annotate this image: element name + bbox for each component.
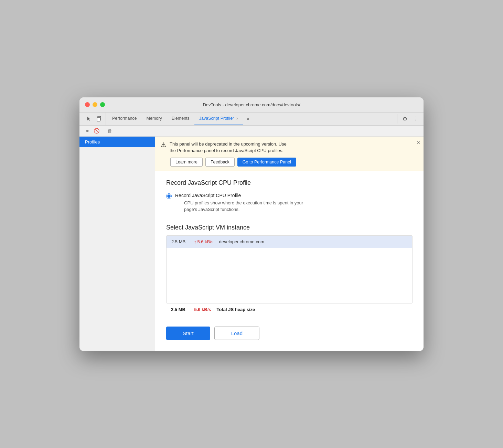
vm-footer-speed-value: 5.6 kB/s (194, 307, 211, 312)
titlebar: DevTools - developer.chrome.com/docs/dev… (79, 97, 424, 113)
sidebar-item-profiles[interactable]: Profiles (79, 137, 155, 147)
tab-elements[interactable]: Elements (167, 113, 194, 125)
window-title: DevTools - developer.chrome.com/docs/dev… (85, 102, 418, 107)
deprecation-banner: ⚠ This panel will be deprecated in the u… (155, 137, 424, 171)
vm-footer-speed: ↑ 5.6 kB/s (191, 307, 211, 312)
banner-message-row: ⚠ This panel will be deprecated in the u… (161, 141, 418, 154)
tabbar: Performance Memory Elements JavaScript P… (79, 113, 424, 126)
tab-close-icon[interactable]: × (236, 116, 238, 120)
warning-icon: ⚠ (161, 141, 166, 149)
minimize-button[interactable] (93, 102, 97, 107)
maximize-button[interactable] (100, 102, 105, 107)
vm-instance-item[interactable]: 2.5 MB ↑ 5.6 kB/s developer.chrome.com (167, 236, 412, 248)
vm-footer-label: Total JS heap size (217, 307, 255, 312)
more-options-icon[interactable]: ⋮ (411, 114, 421, 124)
delete-button[interactable]: 🗑 (106, 127, 114, 135)
toolbar-separator (103, 127, 103, 134)
tab-js-profiler[interactable]: JavaScript Profiler × (194, 113, 243, 125)
tabbar-nav-icons (82, 113, 106, 125)
window-controls (85, 102, 105, 107)
banner-action-buttons: Learn more Feedback Go to Performance Pa… (161, 158, 418, 167)
action-buttons: Start Load (155, 324, 424, 351)
settings-icon[interactable]: ⚙ (400, 114, 410, 124)
radio-option-content: Record JavaScript CPU Profile CPU profil… (175, 193, 303, 213)
vm-footer-size: 2.5 MB (171, 307, 185, 312)
go-to-performance-button[interactable]: Go to Performance Panel (237, 158, 296, 167)
close-button[interactable] (85, 102, 90, 107)
profiler-toolbar: ● 🚫 🗑 (79, 126, 424, 137)
record-cpu-profile-radio[interactable] (166, 193, 172, 199)
svg-rect-1 (97, 117, 100, 121)
tab-performance[interactable]: Performance (107, 113, 142, 125)
vm-section-heading: Select JavaScript VM instance (166, 224, 413, 231)
profile-section-heading: Record JavaScript CPU Profile (166, 179, 413, 186)
main-layout: Profiles ⚠ This panel will be deprecated… (79, 137, 424, 351)
footer-upload-arrow-icon: ↑ (191, 307, 193, 312)
devtools-window: DevTools - developer.chrome.com/docs/dev… (79, 97, 424, 351)
vm-instance-url: developer.chrome.com (219, 239, 264, 244)
cursor-icon[interactable] (85, 115, 93, 122)
radio-option-desc: CPU profiles show where the execution ti… (184, 200, 303, 213)
feedback-button[interactable]: Feedback (205, 158, 235, 167)
banner-close-button[interactable]: × (417, 140, 420, 146)
radio-option-label: Record JavaScript CPU Profile (175, 193, 303, 198)
record-button[interactable]: ● (84, 127, 91, 135)
vm-instance-list: 2.5 MB ↑ 5.6 kB/s developer.chrome.com (166, 235, 413, 303)
stop-button[interactable]: 🚫 (93, 127, 100, 135)
vm-instance-speed-value: 5.6 kB/s (197, 239, 214, 244)
tab-memory[interactable]: Memory (142, 113, 167, 125)
vm-instance-speed: ↑ 5.6 kB/s (194, 239, 213, 244)
main-content: ⚠ This panel will be deprecated in the u… (155, 137, 424, 351)
start-button[interactable]: Start (166, 327, 210, 340)
more-tabs-icon[interactable]: » (243, 114, 253, 124)
banner-text: This panel will be deprecated in the upc… (170, 141, 287, 154)
upload-arrow-icon: ↑ (194, 239, 196, 244)
tabbar-settings: ⚙ ⋮ (397, 114, 421, 124)
profile-section: Record JavaScript CPU Profile Record Jav… (155, 171, 424, 224)
learn-more-button[interactable]: Learn more (170, 158, 203, 167)
record-cpu-profile-option[interactable]: Record JavaScript CPU Profile CPU profil… (166, 193, 413, 213)
copy-icon[interactable] (95, 115, 103, 122)
vm-instance-size: 2.5 MB (171, 239, 189, 244)
sidebar: Profiles (79, 137, 155, 351)
vm-list-empty-area (167, 248, 412, 303)
vm-footer: 2.5 MB ↑ 5.6 kB/s Total JS heap size (166, 303, 413, 316)
vm-section: Select JavaScript VM instance 2.5 MB ↑ 5… (155, 224, 424, 324)
devtools-content: ● 🚫 🗑 Profiles ⚠ This panel will be (79, 126, 424, 351)
load-button[interactable]: Load (214, 327, 259, 340)
